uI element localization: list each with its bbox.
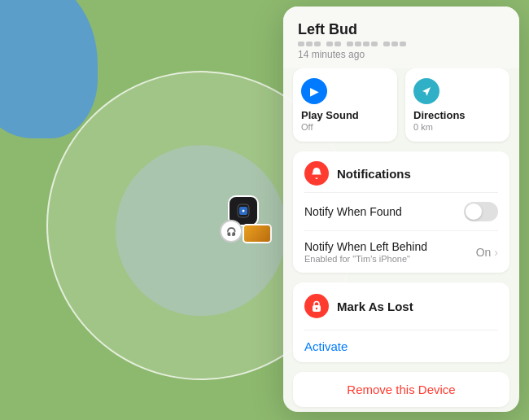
card-marker <box>243 224 272 243</box>
notify-left-behind-right: On › <box>476 246 498 259</box>
mark-as-lost-section: Mark As Lost Activate <box>293 282 509 362</box>
notify-left-behind-label-group: Notify When Left Behind Enabled for "Tim… <box>304 240 427 264</box>
svg-point-4 <box>316 308 317 309</box>
directions-button[interactable]: Directions 0 km <box>405 68 509 142</box>
notifications-title: Notifications <box>337 167 411 181</box>
device-name: Left Bud <box>298 21 505 38</box>
device-panel: Left Bud 14 minutes ago ▶ Play Sound Off <box>283 7 519 412</box>
directions-label: Directions <box>413 109 501 121</box>
play-sound-button[interactable]: ▶ Play Sound Off <box>293 68 397 142</box>
panel-content: ▶ Play Sound Off Directions 0 km <box>283 68 519 412</box>
notify-found-row[interactable]: Notify When Found <box>293 193 509 230</box>
mark-as-lost-title: Mark As Lost <box>337 300 413 313</box>
mark-as-lost-header: Mark As Lost <box>293 282 509 330</box>
directions-sublabel: 0 km <box>413 122 501 132</box>
play-sound-sublabel: Off <box>301 122 389 132</box>
remove-device-button[interactable]: Remove this Device <box>293 372 509 407</box>
notifications-icon <box>304 161 329 186</box>
notifications-header: Notifications <box>293 151 509 192</box>
earbud-marker: 🎧 <box>220 220 243 243</box>
water-feature <box>0 0 98 138</box>
directions-icon <box>413 78 439 104</box>
play-sound-icon: ▶ <box>301 78 327 104</box>
device-id-dots <box>298 42 505 46</box>
play-sound-label: Play Sound <box>301 109 389 121</box>
notify-found-label: Notify When Found <box>304 205 402 218</box>
mark-as-lost-icon <box>304 294 329 318</box>
last-seen-time: 14 minutes ago <box>298 49 505 60</box>
toggle-knob <box>466 203 482 220</box>
notify-found-toggle[interactable] <box>464 202 498 221</box>
action-buttons-row: ▶ Play Sound Off Directions 0 km <box>293 68 509 142</box>
panel-header: Left Bud 14 minutes ago <box>283 7 519 68</box>
chevron-right-icon: › <box>494 246 498 259</box>
activate-button[interactable]: Activate <box>293 330 509 362</box>
notify-left-behind-row[interactable]: Notify When Left Behind Enabled for "Tim… <box>293 231 509 273</box>
notifications-section: Notifications Notify When Found Notify W… <box>293 151 509 273</box>
svg-point-2 <box>243 210 245 212</box>
